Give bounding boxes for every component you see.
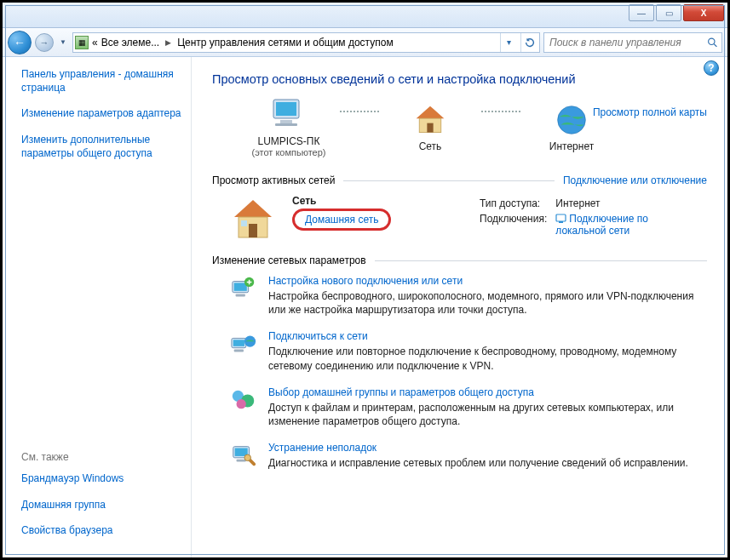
svg-rect-30 <box>237 460 246 462</box>
access-type-label: Тип доступа: <box>480 197 554 210</box>
address-bar[interactable]: ▦ « Все элеме... ▶ Центр управления сетя… <box>72 32 540 53</box>
svg-marker-11 <box>234 200 272 217</box>
svg-line-1 <box>714 43 716 46</box>
network-name: Сеть <box>292 195 463 207</box>
breadcrumb-prefix[interactable]: « <box>92 37 98 49</box>
forward-button[interactable]: → <box>35 33 54 52</box>
topo-line-icon <box>340 111 379 112</box>
breadcrumb-sep-icon: ▶ <box>163 38 174 47</box>
settings-item-homegroup: Выбор домашней группы и параметров общег… <box>229 386 707 428</box>
globe-icon <box>555 103 589 137</box>
svg-point-31 <box>244 454 251 461</box>
topo-computer-label: LUMPICS-ПК <box>238 135 340 147</box>
network-type-link[interactable]: Домашняя сеть <box>305 214 378 226</box>
active-networks-label: Просмотр активных сетей <box>212 174 335 186</box>
back-button[interactable]: ← <box>8 31 32 54</box>
network-house-icon <box>411 103 449 137</box>
sidebar-link-adapter[interactable]: Изменение параметров адаптера <box>21 106 182 120</box>
computer-icon <box>268 96 309 134</box>
settings-item-desc: Подключение или повторное подключение к … <box>268 345 707 372</box>
settings-item-title[interactable]: Подключиться к сети <box>268 330 707 342</box>
settings-item-title[interactable]: Устранение неполадок <box>268 442 707 454</box>
settings-item-title[interactable]: Выбор домашней группы и параметров общег… <box>268 386 707 398</box>
main-content: Просмотр основных сведений о сети и наст… <box>192 57 727 557</box>
settings-item-desc: Диагностика и исправление сетевых пробле… <box>268 456 707 470</box>
svg-rect-4 <box>280 120 292 123</box>
refresh-button[interactable] <box>520 33 537 52</box>
svg-rect-16 <box>559 221 563 223</box>
network-type-highlight: Домашняя сеть <box>292 209 391 231</box>
svg-rect-14 <box>241 220 247 226</box>
refresh-icon <box>524 37 536 49</box>
topo-line-icon <box>481 111 520 112</box>
close-button[interactable]: X <box>683 4 724 21</box>
see-also-firewall[interactable]: Брандмауэр Windows <box>21 471 182 485</box>
settings-list: Настройка нового подключения или сети На… <box>212 275 707 471</box>
topo-internet-label: Интернет <box>520 140 623 152</box>
help-button[interactable]: ? <box>704 60 719 76</box>
access-type-value: Интернет <box>555 197 705 210</box>
topo-network: Сеть <box>379 101 481 152</box>
settings-item-new-connection: Настройка нового подключения или сети На… <box>229 275 707 317</box>
change-settings-label: Изменение сетевых параметров <box>212 254 366 266</box>
settings-item-desc: Настройка беспроводного, широкополосного… <box>268 289 707 317</box>
troubleshoot-icon <box>230 442 257 469</box>
svg-marker-6 <box>417 106 445 119</box>
see-also-heading: См. также <box>21 451 182 463</box>
connect-disconnect-link[interactable]: Подключение или отключение <box>563 174 707 186</box>
active-network-row: Сеть Домашняя сеть Тип доступа: Интернет… <box>212 195 707 243</box>
sidebar-link-home[interactable]: Панель управления - домашняя страница <box>21 67 182 94</box>
active-networks-header: Просмотр активных сетей Подключение или … <box>212 174 707 186</box>
breadcrumb-2[interactable]: Центр управления сетями и общим доступом <box>177 37 394 49</box>
address-dropdown[interactable]: ▾ <box>500 33 517 52</box>
body: Панель управления - домашняя страница Из… <box>3 57 727 557</box>
topo-computer: LUMPICS-ПК (этот компьютер) <box>238 96 340 157</box>
network-topology: LUMPICS-ПК (этот компьютер) Сеть <box>238 96 707 157</box>
navbar: ← → ▼ ▦ « Все элеме... ▶ Центр управлени… <box>3 28 727 57</box>
topo-network-label: Сеть <box>379 140 481 152</box>
connection-link[interactable]: Подключение по локальной сети <box>555 213 648 237</box>
svg-rect-8 <box>427 123 433 133</box>
control-panel-icon: ▦ <box>75 36 89 49</box>
settings-item-title[interactable]: Настройка нового подключения или сети <box>268 275 707 287</box>
breadcrumb-1[interactable]: Все элеме... <box>101 37 159 49</box>
connect-network-icon <box>230 330 257 357</box>
lan-icon <box>555 214 566 224</box>
svg-rect-24 <box>234 350 244 352</box>
sidebar: Панель управления - домашняя страница Из… <box>3 57 192 557</box>
page-title: Просмотр основных сведений о сети и наст… <box>212 72 707 86</box>
titlebar: — ▭ X <box>3 3 727 28</box>
sidebar-link-sharing[interactable]: Изменить дополнительные параметры общего… <box>21 133 182 160</box>
settings-item-troubleshoot: Устранение неполадок Диагностика и испра… <box>229 442 707 471</box>
svg-rect-15 <box>556 214 566 221</box>
svg-rect-20 <box>236 294 245 297</box>
search-input[interactable] <box>548 36 707 49</box>
see-also-browser[interactable]: Свойства браузера <box>21 523 182 537</box>
maximize-button[interactable]: ▭ <box>656 4 681 21</box>
window-frame: — ▭ X ← → ▼ ▦ « Все элеме... ▶ Центр упр… <box>0 0 730 560</box>
svg-point-27 <box>237 399 246 409</box>
home-network-icon <box>229 195 277 243</box>
svg-rect-22 <box>233 340 244 347</box>
history-dropdown[interactable]: ▼ <box>57 33 69 52</box>
network-details: Тип доступа: Интернет Подключения: Подкл… <box>478 195 707 243</box>
svg-rect-5 <box>275 123 297 126</box>
connections-label: Подключения: <box>480 212 554 237</box>
change-settings-header: Изменение сетевых параметров <box>212 254 707 266</box>
settings-item-connect: Подключиться к сети Подключение или повт… <box>229 330 707 372</box>
new-connection-icon <box>230 275 257 302</box>
svg-rect-13 <box>249 224 257 237</box>
homegroup-icon <box>230 386 257 414</box>
svg-point-0 <box>709 38 715 44</box>
settings-item-desc: Доступ к файлам и принтерам, расположенн… <box>268 401 707 428</box>
search-icon <box>707 37 718 49</box>
topo-internet: Интернет <box>520 101 623 152</box>
search-box[interactable] <box>543 32 722 53</box>
topo-computer-sub: (этот компьютер) <box>238 147 340 157</box>
minimize-button[interactable]: — <box>629 4 654 21</box>
see-also-homegroup[interactable]: Домашняя группа <box>21 498 182 511</box>
svg-rect-3 <box>276 102 296 116</box>
